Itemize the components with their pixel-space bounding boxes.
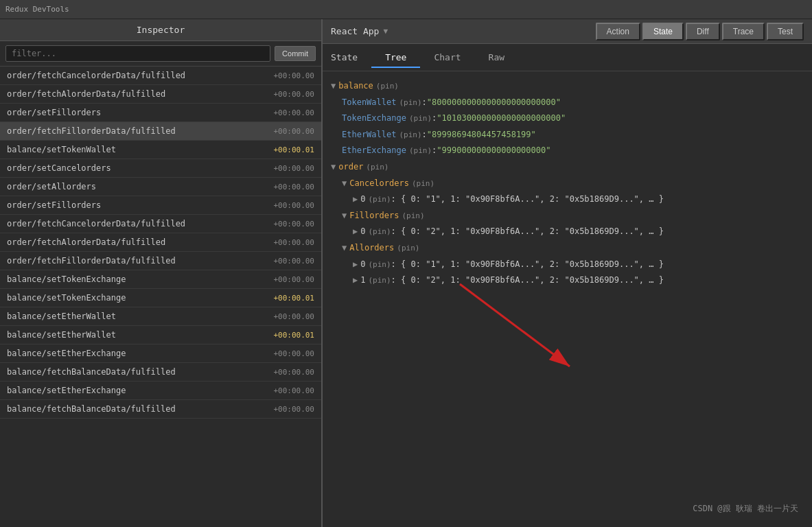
state-tabs-row: State TreeChartRaw	[323, 44, 812, 71]
tree-row: ▼balance(pin)	[331, 78, 804, 95]
action-item[interactable]: order/setFillorders+00:00.00	[0, 104, 321, 122]
tree-row: ▶ 0 (pin): { 0: "2", 1: "0x90F8bf6A...",…	[331, 224, 804, 240]
action-item[interactable]: balance/setEtherWallet+00:00.00	[0, 307, 321, 326]
action-item[interactable]: order/fetchAlorderData/fulfilled+00:00.0…	[0, 233, 321, 252]
action-time: +00:00.00	[273, 312, 314, 321]
action-name: order/fetchAlorderData/fulfilled	[7, 237, 165, 247]
action-time: +00:00.00	[273, 164, 314, 173]
expand-arrow[interactable]: ▶	[353, 224, 358, 239]
state-label: State	[331, 52, 358, 62]
commit-button[interactable]: Commit	[275, 46, 316, 61]
action-name: balance/setEtherWallet	[7, 330, 116, 340]
key-tokenexchange: TokenExchange	[342, 111, 406, 126]
action-time: +00:00.00	[273, 90, 314, 99]
tree-row: EtherExchange(pin): "9990000000000000000…	[331, 143, 804, 159]
action-item[interactable]: order/setFillorders+00:00.00	[0, 196, 321, 215]
top-tab-test[interactable]: Test	[767, 23, 804, 40]
tree-content: ▼balance(pin)TokenWallet(pin): "80000000…	[323, 71, 812, 296]
action-time: +00:00.00	[273, 386, 314, 395]
collapse-arrow[interactable]: ▼	[331, 79, 336, 94]
action-name: balance/setTokenExchange	[7, 274, 126, 284]
tree-row: ▼Allorders(pin)	[331, 240, 804, 257]
collapse-arrow-allorders[interactable]: ▼	[342, 241, 347, 256]
sub-tab-raw[interactable]: Raw	[475, 48, 518, 68]
action-item[interactable]: order/setCancelorders+00:00.00	[0, 159, 321, 178]
key-etherexchange: EtherExchange	[342, 143, 406, 159]
collapse-arrow-order[interactable]: ▼	[331, 160, 336, 175]
action-time: +00:00.00	[273, 220, 314, 229]
collapse-arrow-fillorders[interactable]: ▼	[342, 209, 347, 224]
key-order: order	[338, 160, 363, 175]
action-item[interactable]: order/fetchCancelorderData/fulfilled+00:…	[0, 215, 321, 233]
action-name: balance/setTokenWallet	[7, 145, 116, 154]
sub-tab-chart[interactable]: Chart	[420, 48, 474, 68]
right-content-wrapper: ▼balance(pin)TokenWallet(pin): "80000000…	[323, 71, 812, 527]
action-item[interactable]: balance/setEtherWallet+00:00.01	[0, 326, 321, 344]
action-time: +00:00.00	[273, 127, 314, 136]
action-name: order/setFillorders	[7, 200, 101, 210]
expand-arrow[interactable]: ▶	[353, 257, 358, 272]
expand-arrow[interactable]: ▶	[353, 273, 358, 288]
key-fillorders: Fillorders	[349, 209, 399, 224]
action-item[interactable]: order/fetchFillorderData/fulfilled+00:00…	[0, 252, 321, 270]
watermark: CSDN @跟 耿瑞 卷出一片天	[693, 503, 798, 515]
sub-tabs-group: TreeChartRaw	[371, 48, 518, 67]
sub-tab-tree[interactable]: Tree	[371, 48, 420, 68]
tree-row: TokenExchange(pin): "1010300000000000000…	[331, 110, 804, 127]
top-tab-trace[interactable]: Trace	[722, 23, 765, 40]
key-allorders: Allorders	[349, 241, 394, 256]
key-etherwallet: EtherWallet	[342, 128, 396, 143]
action-item[interactable]: balance/setTokenExchange+00:00.01	[0, 289, 321, 307]
key-cancelorders: Cancelorders	[349, 176, 409, 191]
action-name: order/setAllorders	[7, 182, 96, 191]
action-name: balance/setEtherExchange	[7, 386, 126, 395]
action-item[interactable]: order/setAllorders+00:00.00	[0, 178, 321, 196]
action-time: +00:00.00	[273, 201, 314, 210]
action-name: order/setCancelorders	[7, 163, 111, 173]
action-item[interactable]: balance/setEtherExchange+00:00.00	[0, 344, 321, 363]
action-item[interactable]: balance/fetchBalanceData/fulfilled+00:00…	[0, 400, 321, 419]
key-balance: balance	[338, 79, 373, 94]
tree-row: ▶ 0 (pin): { 0: "1", 1: "0x90F8bf6A...",…	[331, 257, 804, 273]
action-item[interactable]: balance/setEtherExchange+00:00.00	[0, 382, 321, 400]
action-time: +00:00.00	[273, 349, 314, 358]
action-item[interactable]: order/fetchCancelorderData/fulfilled+00:…	[0, 67, 321, 85]
action-time: +00:00.00	[273, 108, 314, 117]
expand-arrow[interactable]: ▶	[353, 192, 358, 207]
inspector-header: Inspector	[0, 19, 321, 41]
right-panel: React App ▼ ActionStateDiffTraceTest Sta…	[323, 19, 812, 527]
tree-row: ▶ 0 (pin): { 0: "1", 1: "0x90F8bf6A...",…	[331, 191, 804, 208]
action-time: +00:00.00	[273, 405, 314, 414]
top-tab-diff[interactable]: Diff	[686, 23, 720, 40]
filter-row: Commit	[0, 41, 321, 67]
tree-row: TokenWallet(pin): "800000000000000000000…	[331, 95, 804, 111]
action-item[interactable]: order/fetchFillorderData/fulfilled+00:00…	[0, 122, 321, 141]
top-tab-state[interactable]: State	[642, 23, 684, 40]
collapse-arrow-cancelorders[interactable]: ▼	[342, 176, 347, 191]
browser-bar-text: Redux DevTools	[5, 5, 69, 14]
action-name: order/fetchCancelorderData/fulfilled	[7, 219, 185, 229]
right-panel-header: React App ▼ ActionStateDiffTraceTest	[323, 19, 812, 44]
action-item[interactable]: balance/setTokenExchange+00:00.00	[0, 270, 321, 289]
dropdown-icon[interactable]: ▼	[383, 27, 388, 36]
action-time: +00:00.01	[273, 331, 314, 340]
action-item[interactable]: order/fetchAlorderData/fulfilled+00:00.0…	[0, 85, 321, 104]
action-list: order/fetchCancelorderData/fulfilled+00:…	[0, 67, 321, 527]
key-tokenwallet: TokenWallet	[342, 95, 396, 110]
action-name: order/fetchCancelorderData/fulfilled	[7, 71, 185, 80]
tree-row: ▼Fillorders(pin)	[331, 208, 804, 224]
top-tab-action[interactable]: Action	[596, 23, 640, 40]
action-name: order/setFillorders	[7, 108, 101, 117]
action-item[interactable]: balance/fetchBalanceData/fulfilled+00:00…	[0, 363, 321, 382]
inspector-title: Inspector	[137, 25, 185, 35]
tree-row: ▼order(pin)	[331, 159, 804, 176]
filter-input[interactable]	[5, 45, 270, 62]
action-item[interactable]: balance/setTokenWallet+00:00.01	[0, 141, 321, 159]
action-time: +00:00.00	[273, 257, 314, 266]
action-name: order/fetchFillorderData/fulfilled	[7, 126, 176, 136]
action-name: balance/setTokenExchange	[7, 293, 126, 303]
action-name: order/fetchAlorderData/fulfilled	[7, 89, 165, 99]
action-name: balance/fetchBalanceData/fulfilled	[7, 404, 176, 414]
action-name: balance/setEtherWallet	[7, 312, 116, 321]
action-time: +00:00.00	[273, 238, 314, 247]
